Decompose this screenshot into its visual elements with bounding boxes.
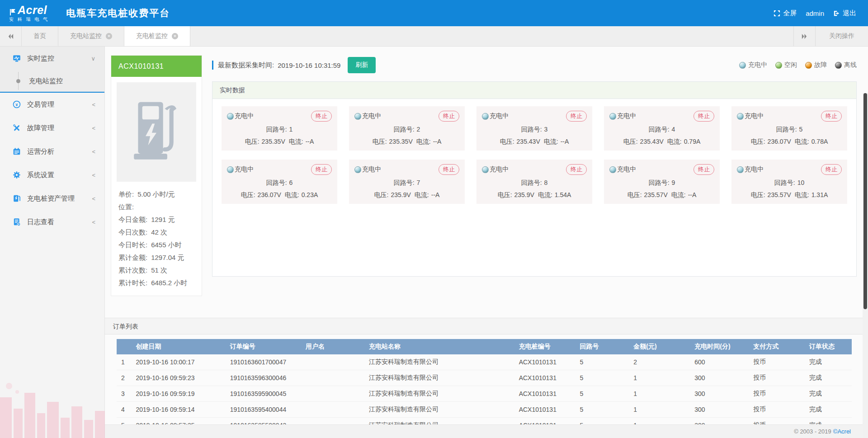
stop-button[interactable]: 终止	[821, 164, 842, 175]
log-icon	[13, 218, 21, 226]
tab-pile-monitor[interactable]: 充电桩监控 ✕	[124, 26, 190, 46]
cell-order-no: 1910163601700047	[226, 354, 301, 370]
cell-station: 江苏安科瑞制造有限公司	[364, 402, 514, 418]
blue-accent-bar	[212, 61, 213, 70]
charging-status-icon	[609, 113, 616, 120]
pile-image-box	[117, 82, 196, 182]
cell-status: 完成	[805, 370, 852, 386]
voltage-value: 236.07V	[768, 138, 791, 145]
stop-button[interactable]: 终止	[566, 164, 587, 175]
sidebar-item-transactions[interactable]: ¥ 交易管理 <	[0, 93, 104, 116]
tab-label: 首页	[33, 32, 46, 40]
stop-button[interactable]: 终止	[311, 111, 332, 122]
col-amount: 金额(元)	[629, 339, 690, 354]
fullscreen-icon	[774, 10, 780, 17]
stat-location: 位置:	[118, 201, 195, 213]
current-value: 0.23A	[302, 191, 318, 198]
sidebar-item-label: 实时监控	[27, 54, 54, 63]
app-header: Acrel 安 科 瑞 电 气 电瓶车充电桩收费平台 全屏 admin 退出	[0, 0, 868, 26]
current-value: 0.79A	[684, 138, 701, 145]
row-index: 3	[117, 386, 132, 402]
stop-button[interactable]: 终止	[311, 164, 332, 175]
sidebar-item-realtime-monitor[interactable]: 实时监控 ∨	[0, 47, 104, 70]
cell-amount: 1	[629, 402, 690, 418]
stat-unit-price: 单价:5.00 小时/元	[118, 188, 195, 201]
sidebar-item-station-monitor[interactable]: 充电站监控	[0, 70, 104, 92]
voltage-value: 236.07V	[258, 191, 281, 198]
stop-button[interactable]: 终止	[566, 111, 587, 122]
cell-amount: 1	[629, 370, 690, 386]
voltage-value: 235.43V	[517, 138, 540, 145]
table-row[interactable]: 2 2019-10-16 09:59:23 1910163596300046 江…	[117, 370, 852, 386]
fault-status-icon	[805, 62, 812, 69]
close-operations-button[interactable]: 关闭操作	[815, 26, 868, 46]
order-list-section: 订单列表 创建日期 订单编号 用户名 充电站名称 充电桩编号 回	[105, 318, 868, 433]
acrel-logo: Acrel 安 科 瑞 电 气	[9, 5, 49, 22]
cell-amount: 2	[629, 354, 690, 370]
cell-pile-no: ACX1010131	[514, 370, 576, 386]
realtime-panel-title: 实时数据	[212, 82, 856, 99]
voltage-value: 235.57V	[768, 191, 791, 198]
circuit-number: 8	[544, 179, 548, 186]
table-row[interactable]: 1 2019-10-16 10:00:17 1910163601700047 江…	[117, 354, 852, 370]
tab-close-icon[interactable]: ✕	[172, 33, 178, 39]
tab-home[interactable]: 首页	[22, 26, 58, 46]
cell-pay: 投币	[749, 386, 805, 402]
cell-amount: 1	[629, 386, 690, 402]
sidebar-item-label: 日志查看	[27, 218, 54, 226]
circuit-number: 10	[797, 179, 805, 186]
fullscreen-button[interactable]: 全屏	[774, 9, 797, 18]
stat-today-duration: 今日时长:6455 小时	[118, 239, 195, 251]
tabs-scroll-left-button[interactable]	[0, 26, 22, 46]
sidebar-item-label: 故障管理	[27, 124, 54, 132]
sidebar-item-system-settings[interactable]: 系统设置 <	[0, 163, 104, 187]
sidebar-item-log-view[interactable]: 日志查看 <	[0, 210, 104, 234]
circuit-card-8: 充电中终止 回路号:8 电压:235.9V电流:1.54A	[476, 160, 592, 204]
sidebar-item-pile-assets[interactable]: 充电桩资产管理 <	[0, 187, 104, 210]
table-row[interactable]: 4 2019-10-16 09:59:14 1910163595400044 江…	[117, 402, 852, 418]
logout-label: 退出	[843, 9, 856, 18]
sidebar-item-faults[interactable]: 故障管理 <	[0, 116, 104, 140]
cell-date: 2019-10-16 09:59:19	[132, 386, 226, 402]
cell-pay: 投币	[749, 402, 805, 418]
stop-button[interactable]: 终止	[693, 111, 714, 122]
cell-date: 2019-10-16 10:00:17	[132, 354, 226, 370]
scrollbar-thumb[interactable]	[863, 93, 867, 309]
refresh-button[interactable]: 刷新	[348, 57, 376, 73]
cell-minutes: 600	[690, 354, 749, 370]
circuit-number: 3	[544, 126, 548, 133]
cell-station: 江苏安科瑞制造有限公司	[364, 370, 514, 386]
cell-order-no: 1910163596300046	[226, 370, 301, 386]
cell-date: 2019-10-16 09:59:14	[132, 402, 226, 418]
tabs-scroll-right-button[interactable]	[793, 26, 815, 46]
tab-label: 充电站监控	[70, 32, 102, 40]
stat-total-count: 累计次数:51 次	[118, 264, 195, 277]
acrel-footer-link[interactable]: ©Acrel	[833, 428, 851, 435]
stop-button[interactable]: 终止	[821, 111, 842, 122]
stop-button[interactable]: 终止	[693, 164, 714, 175]
stop-button[interactable]: 终止	[439, 111, 459, 122]
row-index: 2	[117, 370, 132, 386]
logo-text: Acrel	[18, 5, 47, 16]
charging-status-icon	[737, 113, 744, 120]
vertical-scrollbar[interactable]	[863, 93, 868, 438]
charging-status-icon	[609, 166, 616, 173]
col-username: 用户名	[301, 339, 364, 354]
circuit-cards-grid: 充电中终止 回路号:1 电压:235.35V电流:--A 充电中终止 回路号:2…	[222, 106, 847, 204]
charging-pile-icon	[13, 194, 21, 203]
circuit-card-7: 充电中终止 回路号:7 电压:235.9V电流:--A	[349, 160, 465, 204]
table-row[interactable]: 3 2019-10-16 09:59:19 1910163595900045 江…	[117, 386, 852, 402]
tab-close-icon[interactable]: ✕	[106, 33, 112, 39]
stop-button[interactable]: 终止	[439, 164, 459, 175]
chevron-left-icon: <	[92, 219, 95, 226]
status-legend: 充电中 空闲 故障 离线	[739, 61, 857, 69]
logout-button[interactable]: 退出	[833, 9, 856, 18]
cell-order-no: 1910163595400044	[226, 402, 301, 418]
col-pile-no: 充电桩编号	[514, 339, 576, 354]
tab-station-monitor[interactable]: 充电站监控 ✕	[58, 26, 124, 46]
cell-user	[301, 402, 364, 418]
row-index: 4	[117, 402, 132, 418]
col-charge-minutes: 充电时间(分)	[690, 339, 749, 354]
sidebar-item-operation-analysis[interactable]: 运营分析 <	[0, 140, 104, 163]
username[interactable]: admin	[806, 9, 824, 17]
